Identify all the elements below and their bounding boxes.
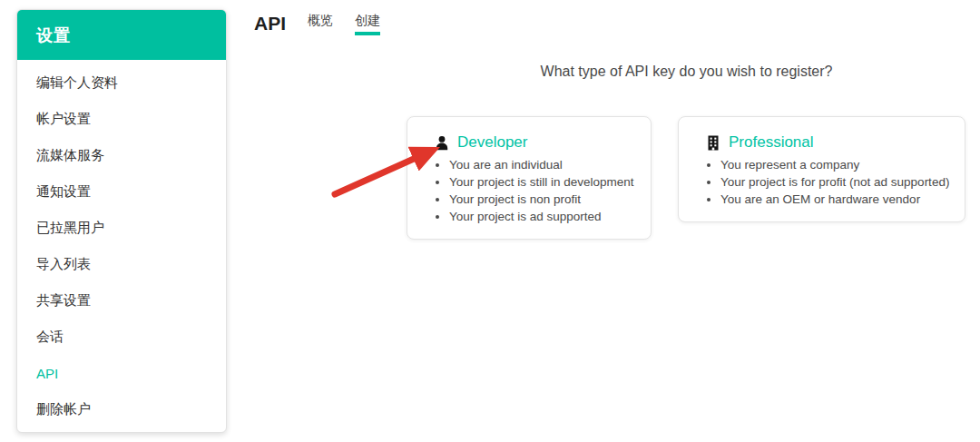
sidebar-item-sessions[interactable]: 会话 bbox=[17, 319, 226, 355]
developer-card-bullets: You are an individual Your project is st… bbox=[422, 156, 636, 225]
user-icon bbox=[435, 135, 449, 151]
card-bullet: You represent a company bbox=[720, 156, 950, 173]
card-bullet: Your project is for profit (not ad suppo… bbox=[720, 173, 950, 191]
sidebar-nav: 编辑个人资料 帐户设置 流媒体服务 通知设置 已拉黑用户 导入列表 共享设置 会… bbox=[17, 60, 226, 427]
sidebar-item-account-settings[interactable]: 帐户设置 bbox=[17, 101, 226, 137]
developer-card-title-row: Developer bbox=[422, 133, 636, 152]
card-bullet: Your project is ad supported bbox=[449, 208, 636, 225]
building-icon bbox=[706, 135, 720, 151]
settings-sidebar: 设置 编辑个人资料 帐户设置 流媒体服务 通知设置 已拉黑用户 导入列表 共享设… bbox=[16, 9, 227, 433]
professional-card-title[interactable]: Professional bbox=[729, 133, 814, 152]
sidebar-item-import-list[interactable]: 导入列表 bbox=[17, 246, 226, 282]
sidebar-item-blocked-users[interactable]: 已拉黑用户 bbox=[17, 210, 226, 246]
sidebar-item-delete-account[interactable]: 删除帐户 bbox=[17, 391, 226, 427]
sidebar-item-streaming-services[interactable]: 流媒体服务 bbox=[17, 137, 226, 173]
sidebar-item-notification-settings[interactable]: 通知设置 bbox=[17, 173, 226, 210]
sidebar-item-sharing-settings[interactable]: 共享设置 bbox=[17, 282, 226, 319]
professional-card-title-row: Professional bbox=[693, 133, 950, 152]
developer-card-title[interactable]: Developer bbox=[457, 133, 528, 152]
sidebar-title: 设置 bbox=[17, 10, 226, 60]
professional-card[interactable]: Professional You represent a company You… bbox=[678, 116, 965, 222]
sidebar-item-api[interactable]: API bbox=[17, 355, 226, 391]
sidebar-item-edit-profile[interactable]: 编辑个人资料 bbox=[17, 64, 226, 101]
card-bullet: You are an OEM or hardware vendor bbox=[720, 191, 950, 208]
tab-overview[interactable]: 概览 bbox=[308, 11, 333, 35]
card-bullet: Your project is still in development bbox=[449, 173, 636, 191]
professional-card-bullets: You represent a company Your project is … bbox=[693, 156, 950, 208]
question-text: What type of API key do you wish to regi… bbox=[407, 64, 966, 80]
card-bullet: You are an individual bbox=[449, 156, 636, 173]
card-bullet: Your project is non profit bbox=[449, 191, 636, 208]
content-header: API 概览 创建 bbox=[254, 11, 380, 35]
developer-card[interactable]: Developer You are an individual Your pro… bbox=[407, 116, 652, 240]
tab-create[interactable]: 创建 bbox=[355, 11, 380, 35]
page-title: API bbox=[254, 12, 286, 35]
